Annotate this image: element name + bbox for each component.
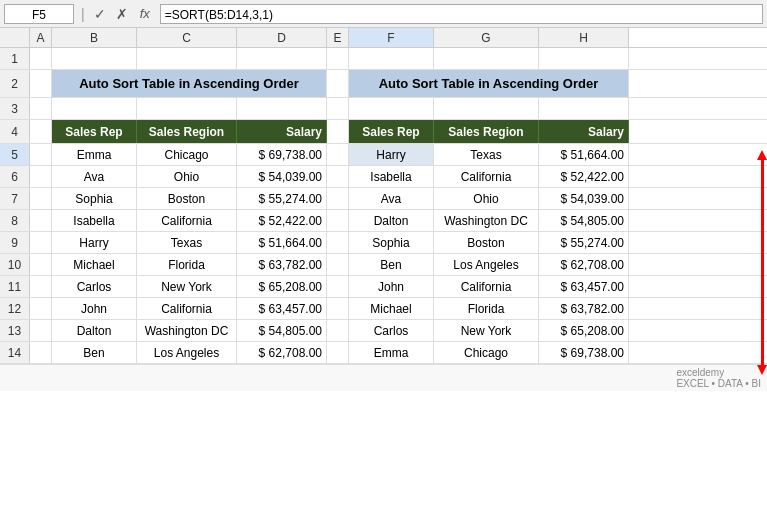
- cell-a6[interactable]: [30, 166, 52, 187]
- cell-e14[interactable]: [327, 342, 349, 363]
- cell-g8[interactable]: Washington DC: [434, 210, 539, 231]
- cell-g10[interactable]: Los Angeles: [434, 254, 539, 275]
- cell-e5[interactable]: [327, 144, 349, 165]
- cell-e11[interactable]: [327, 276, 349, 297]
- cell-h1[interactable]: [539, 48, 629, 69]
- cell-b12[interactable]: John: [52, 298, 137, 319]
- cell-a2[interactable]: [30, 70, 52, 97]
- cell-d9[interactable]: $ 51,664.00: [237, 232, 327, 253]
- cell-c5[interactable]: Chicago: [137, 144, 237, 165]
- cell-g14[interactable]: Chicago: [434, 342, 539, 363]
- cell-e2[interactable]: [327, 70, 349, 97]
- cell-h9[interactable]: $ 55,274.00: [539, 232, 629, 253]
- cell-e9[interactable]: [327, 232, 349, 253]
- cell-e3[interactable]: [327, 98, 349, 119]
- cell-b7[interactable]: Sophia: [52, 188, 137, 209]
- cell-b1[interactable]: [52, 48, 137, 69]
- cell-g9[interactable]: Boston: [434, 232, 539, 253]
- cell-c13[interactable]: Washington DC: [137, 320, 237, 341]
- cell-f8[interactable]: Dalton: [349, 210, 434, 231]
- cell-h13[interactable]: $ 65,208.00: [539, 320, 629, 341]
- cell-a10[interactable]: [30, 254, 52, 275]
- cell-a8[interactable]: [30, 210, 52, 231]
- cell-d11[interactable]: $ 65,208.00: [237, 276, 327, 297]
- left-header-rep[interactable]: Sales Rep: [52, 120, 137, 143]
- cell-h3[interactable]: [539, 98, 629, 119]
- cell-g13[interactable]: New York: [434, 320, 539, 341]
- cell-g3[interactable]: [434, 98, 539, 119]
- col-header-a[interactable]: A: [30, 28, 52, 47]
- cell-a3[interactable]: [30, 98, 52, 119]
- cell-d6[interactable]: $ 54,039.00: [237, 166, 327, 187]
- cancel-icon[interactable]: ✗: [114, 6, 130, 22]
- cell-c1[interactable]: [137, 48, 237, 69]
- cell-e8[interactable]: [327, 210, 349, 231]
- cell-e10[interactable]: [327, 254, 349, 275]
- cell-b10[interactable]: Michael: [52, 254, 137, 275]
- cell-e4[interactable]: [327, 120, 349, 143]
- cell-b3[interactable]: [52, 98, 137, 119]
- cell-g1[interactable]: [434, 48, 539, 69]
- cell-c9[interactable]: Texas: [137, 232, 237, 253]
- cell-h14[interactable]: $ 69,738.00: [539, 342, 629, 363]
- cell-b6[interactable]: Ava: [52, 166, 137, 187]
- cell-d13[interactable]: $ 54,805.00: [237, 320, 327, 341]
- cell-f13[interactable]: Carlos: [349, 320, 434, 341]
- cell-c11[interactable]: New York: [137, 276, 237, 297]
- cell-g6[interactable]: California: [434, 166, 539, 187]
- col-header-b[interactable]: B: [52, 28, 137, 47]
- cell-c10[interactable]: Florida: [137, 254, 237, 275]
- cell-h11[interactable]: $ 63,457.00: [539, 276, 629, 297]
- col-header-e[interactable]: E: [327, 28, 349, 47]
- cell-h8[interactable]: $ 54,805.00: [539, 210, 629, 231]
- cell-b8[interactable]: Isabella: [52, 210, 137, 231]
- cell-c14[interactable]: Los Angeles: [137, 342, 237, 363]
- cell-e6[interactable]: [327, 166, 349, 187]
- title-cell[interactable]: Auto Sort Table in Ascending Order: [52, 70, 327, 97]
- confirm-icon[interactable]: ✓: [92, 6, 108, 22]
- cell-f9[interactable]: Sophia: [349, 232, 434, 253]
- cell-c6[interactable]: Ohio: [137, 166, 237, 187]
- col-header-h[interactable]: H: [539, 28, 629, 47]
- cell-d14[interactable]: $ 62,708.00: [237, 342, 327, 363]
- formula-input[interactable]: =SORT(B5:D14,3,1): [160, 4, 763, 24]
- col-header-g[interactable]: G: [434, 28, 539, 47]
- cell-c7[interactable]: Boston: [137, 188, 237, 209]
- cell-b11[interactable]: Carlos: [52, 276, 137, 297]
- cell-d3[interactable]: [237, 98, 327, 119]
- cell-a14[interactable]: [30, 342, 52, 363]
- cell-e1[interactable]: [327, 48, 349, 69]
- col-header-f[interactable]: F: [349, 28, 434, 47]
- cell-h6[interactable]: $ 52,422.00: [539, 166, 629, 187]
- cell-h5[interactable]: $ 51,664.00: [539, 144, 629, 165]
- cell-d1[interactable]: [237, 48, 327, 69]
- cell-g7[interactable]: Ohio: [434, 188, 539, 209]
- cell-f11[interactable]: John: [349, 276, 434, 297]
- cell-f14[interactable]: Emma: [349, 342, 434, 363]
- cell-c8[interactable]: California: [137, 210, 237, 231]
- cell-g11[interactable]: California: [434, 276, 539, 297]
- cell-f3[interactable]: [349, 98, 434, 119]
- cell-a7[interactable]: [30, 188, 52, 209]
- left-header-salary[interactable]: Salary: [237, 120, 327, 143]
- right-header-rep[interactable]: Sales Rep: [349, 120, 434, 143]
- cell-e13[interactable]: [327, 320, 349, 341]
- left-header-region[interactable]: Sales Region: [137, 120, 237, 143]
- cell-f5[interactable]: Harry: [349, 144, 434, 165]
- right-header-region[interactable]: Sales Region: [434, 120, 539, 143]
- cell-a11[interactable]: [30, 276, 52, 297]
- cell-a1[interactable]: [30, 48, 52, 69]
- right-header-salary[interactable]: Salary: [539, 120, 629, 143]
- cell-h7[interactable]: $ 54,039.00: [539, 188, 629, 209]
- col-header-d[interactable]: D: [237, 28, 327, 47]
- cell-a12[interactable]: [30, 298, 52, 319]
- cell-a4[interactable]: [30, 120, 52, 143]
- cell-f12[interactable]: Michael: [349, 298, 434, 319]
- cell-d12[interactable]: $ 63,457.00: [237, 298, 327, 319]
- cell-d5[interactable]: $ 69,738.00: [237, 144, 327, 165]
- cell-h12[interactable]: $ 63,782.00: [539, 298, 629, 319]
- cell-b9[interactable]: Harry: [52, 232, 137, 253]
- cell-b13[interactable]: Dalton: [52, 320, 137, 341]
- cell-f1[interactable]: [349, 48, 434, 69]
- col-header-c[interactable]: C: [137, 28, 237, 47]
